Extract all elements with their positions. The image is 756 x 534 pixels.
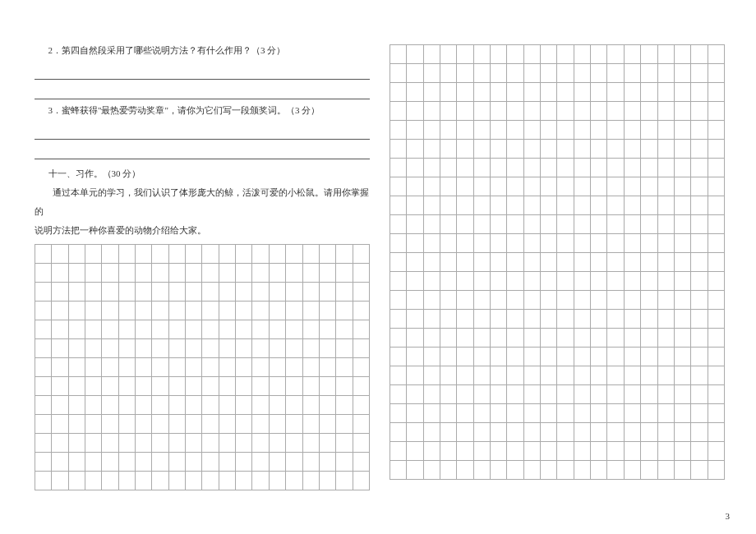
grid-cell[interactable]: [390, 271, 407, 291]
grid-cell[interactable]: [101, 263, 118, 283]
grid-cell[interactable]: [640, 158, 657, 177]
grid-cell[interactable]: [690, 177, 708, 196]
grid-cell[interactable]: [674, 441, 691, 461]
grid-cell[interactable]: [540, 120, 557, 140]
grid-cell[interactable]: [51, 433, 68, 453]
grid-cell[interactable]: [540, 403, 557, 423]
grid-cell[interactable]: [556, 347, 574, 366]
grid-cell[interactable]: [690, 347, 708, 366]
grid-cell[interactable]: [540, 460, 557, 480]
grid-cell[interactable]: [390, 44, 407, 64]
grid-cell[interactable]: [251, 282, 269, 302]
grid-cell[interactable]: [201, 471, 219, 490]
grid-cell[interactable]: [168, 244, 186, 264]
grid-cell[interactable]: [440, 309, 457, 329]
grid-cell[interactable]: [690, 309, 708, 329]
grid-cell[interactable]: [185, 244, 202, 264]
grid-cell[interactable]: [690, 460, 708, 480]
grid-cell[interactable]: [440, 44, 457, 64]
grid-cell[interactable]: [335, 301, 353, 320]
grid-cell[interactable]: [523, 422, 541, 442]
grid-cell[interactable]: [540, 422, 557, 442]
grid-cell[interactable]: [235, 452, 252, 472]
grid-cell[interactable]: [556, 384, 574, 404]
grid-cell[interactable]: [657, 82, 675, 102]
grid-cell[interactable]: [624, 460, 641, 480]
grid-cell[interactable]: [302, 338, 320, 358]
grid-cell[interactable]: [556, 214, 574, 234]
grid-cell[interactable]: [390, 347, 407, 366]
grid-cell[interactable]: [135, 395, 152, 415]
grid-cell[interactable]: [68, 414, 85, 434]
grid-cell[interactable]: [406, 309, 423, 329]
grid-cell[interactable]: [590, 196, 607, 215]
grid-cell[interactable]: [235, 263, 252, 283]
grid-cell[interactable]: [490, 44, 507, 64]
grid-cell[interactable]: [690, 196, 708, 215]
grid-cell[interactable]: [135, 263, 152, 283]
grid-cell[interactable]: [201, 414, 219, 434]
grid-cell[interactable]: [574, 233, 591, 253]
grid-cell[interactable]: [423, 44, 440, 64]
grid-cell[interactable]: [473, 196, 491, 215]
grid-cell[interactable]: [456, 384, 473, 404]
grid-cell[interactable]: [319, 357, 336, 377]
grid-cell[interactable]: [201, 452, 219, 472]
grid-cell[interactable]: [690, 101, 708, 121]
grid-cell[interactable]: [606, 271, 624, 291]
grid-cell[interactable]: [473, 139, 491, 159]
grid-cell[interactable]: [606, 460, 624, 480]
grid-cell[interactable]: [490, 309, 507, 329]
grid-cell[interactable]: [85, 452, 102, 472]
grid-cell[interactable]: [251, 414, 269, 434]
grid-cell[interactable]: [185, 301, 202, 320]
grid-cell[interactable]: [185, 320, 202, 339]
grid-cell[interactable]: [523, 309, 541, 329]
grid-cell[interactable]: [151, 282, 168, 302]
grid-cell[interactable]: [624, 177, 641, 196]
grid-cell[interactable]: [506, 347, 523, 366]
grid-cell[interactable]: [574, 63, 591, 83]
grid-cell[interactable]: [473, 233, 491, 253]
grid-cell[interactable]: [390, 403, 407, 423]
grid-cell[interactable]: [135, 471, 152, 490]
grid-cell[interactable]: [624, 120, 641, 140]
grid-cell[interactable]: [657, 158, 675, 177]
grid-cell[interactable]: [319, 376, 336, 396]
grid-cell[interactable]: [540, 309, 557, 329]
grid-cell[interactable]: [440, 63, 457, 83]
grid-cell[interactable]: [490, 120, 507, 140]
grid-cell[interactable]: [708, 271, 725, 291]
grid-cell[interactable]: [423, 384, 440, 404]
grid-cell[interactable]: [406, 44, 423, 64]
grid-cell[interactable]: [201, 395, 219, 415]
grid-cell[interactable]: [473, 328, 491, 348]
grid-cell[interactable]: [574, 384, 591, 404]
grid-cell[interactable]: [540, 366, 557, 385]
grid-cell[interactable]: [185, 414, 202, 434]
grid-cell[interactable]: [35, 471, 52, 490]
grid-cell[interactable]: [302, 282, 320, 302]
grid-cell[interactable]: [335, 357, 353, 377]
grid-cell[interactable]: [540, 44, 557, 64]
grid-cell[interactable]: [574, 403, 591, 423]
grid-cell[interactable]: [506, 233, 523, 253]
grid-cell[interactable]: [506, 441, 523, 461]
grid-cell[interactable]: [423, 422, 440, 442]
grid-cell[interactable]: [674, 384, 691, 404]
grid-cell[interactable]: [302, 301, 320, 320]
grid-cell[interactable]: [353, 338, 370, 358]
grid-cell[interactable]: [118, 376, 136, 396]
grid-cell[interactable]: [506, 139, 523, 159]
grid-cell[interactable]: [319, 263, 336, 283]
grid-cell[interactable]: [440, 101, 457, 121]
grid-cell[interactable]: [68, 433, 85, 453]
grid-cell[interactable]: [506, 271, 523, 291]
grid-cell[interactable]: [456, 63, 473, 83]
grid-cell[interactable]: [251, 338, 269, 358]
grid-cell[interactable]: [708, 309, 725, 329]
grid-cell[interactable]: [390, 158, 407, 177]
grid-cell[interactable]: [35, 376, 52, 396]
grid-cell[interactable]: [353, 357, 370, 377]
grid-cell[interactable]: [523, 158, 541, 177]
